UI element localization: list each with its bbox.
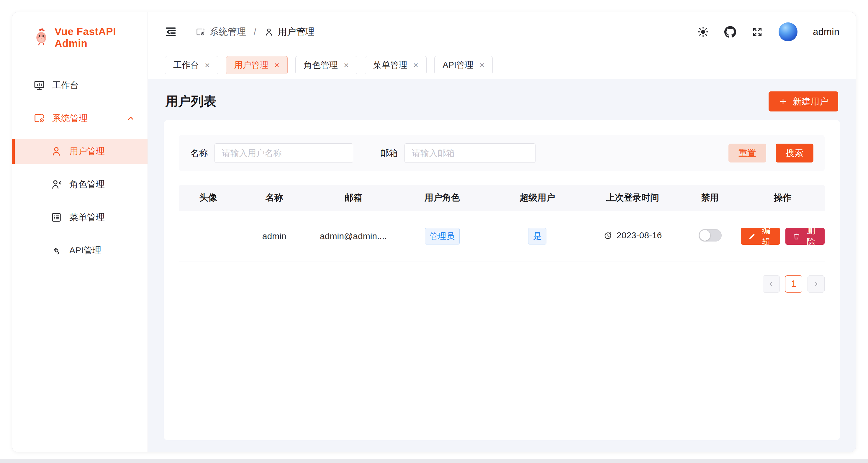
tab-role-management[interactable]: 角色管理 × — [295, 56, 357, 74]
superuser-tag[interactable]: 是 — [528, 228, 547, 244]
column-actions: 操作 — [741, 185, 825, 211]
toggle-knob — [700, 230, 710, 241]
close-icon[interactable]: × — [479, 61, 485, 70]
close-icon[interactable]: × — [413, 61, 418, 70]
sidebar-item-label: API管理 — [69, 244, 101, 257]
sidebar-item-label: 工作台 — [52, 79, 79, 91]
plus-icon — [779, 97, 787, 106]
column-name: 名称 — [237, 185, 312, 211]
user-icon — [264, 27, 274, 37]
delete-button[interactable]: 删除 — [785, 228, 825, 245]
edit-button-label: 编辑 — [760, 225, 773, 247]
sidebar-item-system-management[interactable]: 系统管理 — [12, 106, 148, 131]
filter-panel: 名称 邮箱 重置 搜索 — [179, 135, 825, 171]
sidebar-item-user-management[interactable]: 用户管理 — [12, 139, 148, 164]
page-content: 用户列表 新建用户 名称 邮箱 重置 搜索 — [148, 79, 856, 452]
chevron-up-icon — [126, 114, 135, 123]
role-cell: 管理员 — [395, 211, 489, 262]
sidebar-collapse-icon[interactable] — [164, 25, 177, 38]
clock-history-icon — [603, 231, 613, 240]
actions-cell: 编辑 删除 — [741, 211, 825, 262]
table-header-row: 头像 名称 邮箱 用户角色 超级用户 上次登录时间 禁用 操作 — [179, 185, 825, 211]
filter-actions: 重置 搜索 — [728, 144, 813, 163]
sidebar-item-menu-management[interactable]: 菜单管理 — [12, 205, 148, 230]
top-header: 系统管理 / 用户管理 — [148, 12, 856, 52]
name-filter-input[interactable] — [215, 143, 353, 163]
menu-list-icon — [51, 211, 62, 223]
app-window: Vue FastAPI Admin 工作台 — [12, 12, 856, 452]
pagination-page-1[interactable]: 1 — [785, 275, 802, 293]
chick-mascot-icon — [33, 28, 49, 46]
tab-label: 用户管理 — [234, 59, 269, 71]
window-gear-icon — [196, 27, 205, 37]
role-tag[interactable]: 管理员 — [425, 228, 460, 244]
sidebar-item-label: 菜单管理 — [69, 211, 105, 224]
user-avatar[interactable] — [779, 23, 798, 41]
tab-label: 菜单管理 — [373, 59, 407, 71]
page-bottom-strip — [0, 459, 868, 463]
sidebar-item-api-management[interactable]: API管理 — [12, 238, 148, 263]
breadcrumb-label: 用户管理 — [278, 26, 314, 38]
sidebar-item-workbench[interactable]: 工作台 — [12, 73, 148, 98]
superuser-cell: 是 — [489, 211, 586, 262]
tab-bar: 工作台 × 用户管理 × 角色管理 × 菜单管理 × API管理 × — [148, 52, 856, 79]
app-title: Vue FastAPI Admin — [55, 26, 148, 49]
api-plug-icon — [51, 244, 62, 256]
breadcrumb-label: 系统管理 — [210, 26, 246, 38]
avatar-cell — [179, 211, 237, 262]
app-logo: Vue FastAPI Admin — [12, 12, 148, 49]
tab-label: API管理 — [442, 59, 473, 71]
column-superuser: 超级用户 — [489, 185, 586, 211]
window-gear-icon — [33, 112, 45, 124]
email-filter-input[interactable] — [404, 143, 535, 163]
column-last-login: 上次登录时间 — [586, 185, 679, 211]
breadcrumb-system-management[interactable]: 系统管理 — [196, 26, 246, 38]
disabled-toggle[interactable] — [699, 229, 722, 241]
pagination-next-button[interactable] — [808, 275, 825, 293]
pagination-prev-button[interactable] — [763, 275, 780, 293]
github-icon[interactable] — [724, 26, 736, 38]
breadcrumb: 系统管理 / 用户管理 — [196, 26, 314, 38]
page-title: 用户列表 — [165, 93, 216, 110]
last-login-value: 2023-08-16 — [617, 230, 662, 240]
breadcrumb-separator: / — [254, 27, 256, 37]
sidebar: Vue FastAPI Admin 工作台 — [12, 12, 148, 452]
close-icon[interactable]: × — [205, 61, 210, 70]
reset-button[interactable]: 重置 — [728, 144, 766, 163]
tab-user-management[interactable]: 用户管理 × — [226, 56, 288, 74]
edit-button[interactable]: 编辑 — [741, 228, 780, 245]
username-label: admin — [813, 26, 839, 37]
name-cell: admin — [237, 211, 312, 262]
tab-menu-management[interactable]: 菜单管理 × — [365, 56, 427, 74]
theme-sun-icon[interactable] — [697, 26, 709, 38]
pencil-icon — [748, 232, 756, 240]
search-button[interactable]: 搜索 — [776, 144, 813, 163]
column-avatar: 头像 — [179, 185, 237, 211]
delete-button-label: 删除 — [804, 225, 817, 247]
column-disabled: 禁用 — [679, 185, 741, 211]
breadcrumb-user-management[interactable]: 用户管理 — [264, 26, 314, 38]
sidebar-item-label: 用户管理 — [69, 145, 105, 158]
main-area: 系统管理 / 用户管理 — [148, 12, 856, 452]
email-filter-label: 邮箱 — [380, 147, 398, 159]
name-filter-label: 名称 — [190, 147, 208, 159]
fullscreen-icon[interactable] — [751, 26, 763, 38]
tab-api-management[interactable]: API管理 × — [434, 56, 493, 74]
sidebar-item-role-management[interactable]: 角色管理 — [12, 172, 148, 197]
page-header: 用户列表 新建用户 — [164, 86, 840, 117]
sidebar-item-label: 系统管理 — [52, 112, 88, 125]
close-icon[interactable]: × — [274, 61, 280, 70]
tab-workbench[interactable]: 工作台 × — [165, 56, 218, 74]
tab-label: 角色管理 — [304, 59, 338, 71]
new-user-button-label: 新建用户 — [793, 96, 828, 108]
last-login-cell: 2023-08-16 — [586, 211, 679, 262]
column-role: 用户角色 — [395, 185, 489, 211]
column-email: 邮箱 — [312, 185, 395, 211]
user-list-card: 名称 邮箱 重置 搜索 头像 — [164, 120, 840, 440]
close-icon[interactable]: × — [344, 61, 349, 70]
header-actions: admin — [697, 23, 839, 41]
user-table: 头像 名称 邮箱 用户角色 超级用户 上次登录时间 禁用 操作 — [179, 185, 825, 262]
tab-label: 工作台 — [173, 59, 199, 71]
monitor-icon — [33, 79, 45, 91]
new-user-button[interactable]: 新建用户 — [769, 91, 838, 111]
